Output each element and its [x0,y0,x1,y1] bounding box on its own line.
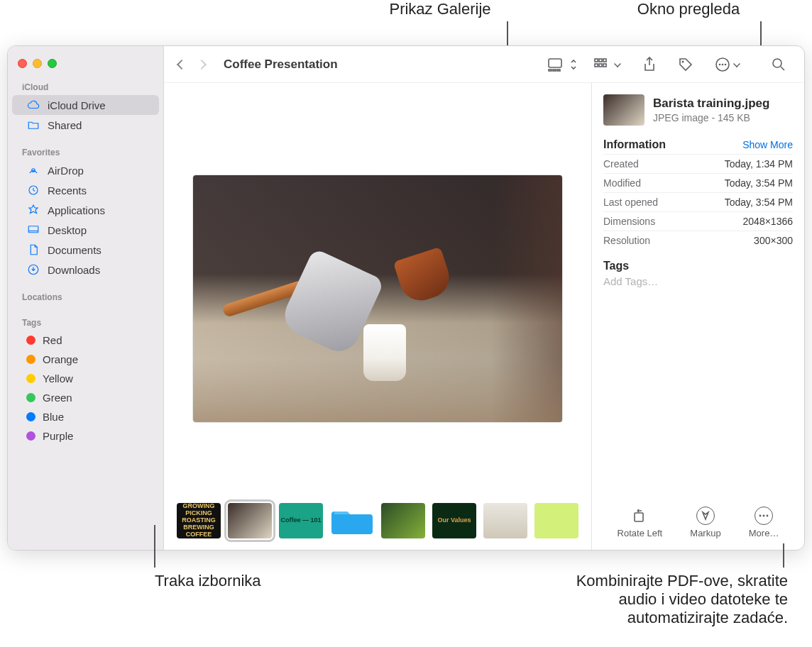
svg-rect-5 [549,70,552,71]
info-value: 300×300 [754,235,793,246]
markup-icon [696,507,715,525]
main-area: Coffee Presentation [164,46,804,550]
thumbnail-item[interactable] [228,503,272,538]
rotate-left-icon [630,507,649,525]
toolbar: Coffee Presentation [164,46,804,83]
shared-folder-icon [26,118,40,131]
tag-dot-icon [26,431,35,441]
sidebar-item-label: Orange [43,353,78,365]
qa-label: Markup [690,528,720,538]
tags-button[interactable] [674,54,698,75]
minimize-button[interactable] [33,59,42,68]
sidebar-section-favorites: Favorites [8,143,163,160]
info-key: Modified [603,177,641,189]
close-button[interactable] [18,59,27,68]
sidebar-tag-orange[interactable]: Orange [12,350,159,369]
cloud-icon [26,99,40,111]
sidebar-section-locations: Locations [8,288,163,305]
sidebar-item-label: Yellow [43,372,73,385]
thumbnail-strip: GROWING PICKING ROASTING BREWING COFFEEC… [164,500,591,550]
preview-image[interactable] [193,175,562,422]
svg-point-16 [719,63,721,65]
sidebar-tag-blue[interactable]: Blue [12,407,159,426]
sidebar-item-label: Purple [43,430,73,442]
thumbnail-item[interactable] [330,503,374,538]
info-value: 2048×1366 [743,216,793,227]
callout-gallery-view: Prikaz Galerije [369,0,511,18]
sidebar-item-label: Desktop [48,224,87,236]
thumbnail-item[interactable] [381,503,425,538]
thumbnail-item[interactable]: Coffee — 101 [279,503,323,538]
thumbnail-item[interactable]: GROWING PICKING ROASTING BREWING COFFEE [177,503,221,538]
info-row: CreatedToday, 1:34 PM [603,154,793,173]
tag-dot-icon [26,393,35,402]
sidebar-item-label: Shared [48,119,82,131]
tag-dot-icon [26,412,35,421]
svg-rect-10 [603,59,606,62]
svg-rect-20 [635,513,643,521]
sidebar-item-label: Blue [43,411,64,423]
sidebar-item-label: Red [43,334,62,346]
svg-point-21 [759,515,762,517]
search-button[interactable] [767,55,790,74]
svg-rect-2 [28,226,38,233]
more-button[interactable] [710,54,745,75]
info-subtitle: JPEG image - 145 KB [653,112,769,123]
svg-point-19 [773,59,781,67]
qa-label: More… [749,528,779,538]
info-row: Resolution300×300 [603,231,793,250]
thumbnail-item[interactable] [483,503,527,538]
group-button[interactable] [590,55,625,74]
share-button[interactable] [638,54,661,75]
sidebar-item-recents[interactable]: Recents [12,180,159,200]
callout-line [783,543,784,568]
sidebar-item-downloads[interactable]: Downloads [12,260,159,280]
info-key: Dimensions [603,216,655,227]
sidebar-item-label: Documents [48,244,102,256]
sidebar-item-icloud-drive[interactable]: iCloud Drive [12,95,159,115]
sidebar-tag-green[interactable]: Green [12,388,159,407]
sidebar-tag-red[interactable]: Red [12,331,159,350]
sidebar-item-documents[interactable]: Documents [12,240,159,260]
show-more-link[interactable]: Show More [742,139,793,150]
more-actions-button[interactable]: More… [749,507,779,538]
sidebar-tag-yellow[interactable]: Yellow [12,369,159,388]
markup-button[interactable]: Markup [690,507,720,538]
sidebar-section-tags: Tags [8,314,163,331]
view-gallery-button[interactable] [543,55,581,74]
clock-icon [26,184,40,197]
add-tags-field[interactable]: Add Tags… [603,275,793,287]
thumbnail-item[interactable] [534,503,578,538]
tag-dot-icon [26,374,35,383]
info-row: ModifiedToday, 3:54 PM [603,173,793,192]
sidebar-tag-purple[interactable]: Purple [12,426,159,446]
callout-quick-actions: Kombinirajte PDF-ove, skratite audio i v… [461,572,788,627]
svg-rect-12 [599,64,602,67]
sidebar-item-desktop[interactable]: Desktop [12,220,159,240]
sidebar-item-shared[interactable]: Shared [12,115,159,135]
svg-point-18 [725,63,727,65]
info-key: Created [603,158,639,170]
forward-button[interactable] [194,58,209,71]
thumbnail-label: Our Values [432,503,476,538]
svg-rect-4 [549,59,561,67]
rotate-left-button[interactable]: Rotate Left [618,507,663,538]
sidebar-item-label: Applications [48,204,105,216]
more-icon [755,507,773,525]
desktop-icon [26,223,40,236]
svg-rect-9 [599,59,602,62]
sidebar-item-airdrop[interactable]: AirDrop [12,160,159,180]
documents-icon [26,243,40,256]
tag-dot-icon [26,355,35,364]
back-button[interactable] [174,58,190,71]
svg-point-17 [722,63,724,65]
sidebar-item-applications[interactable]: Applications [12,200,159,220]
thumbnail-item[interactable]: Our Values [432,503,476,538]
tags-section-title: Tags [603,260,793,272]
applications-icon [26,204,40,216]
maximize-button[interactable] [48,59,57,68]
sidebar-item-label: iCloud Drive [48,99,106,111]
callout-thumb-strip: Traka izbornika [155,572,261,590]
info-value: Today, 1:34 PM [725,158,793,170]
sidebar-item-label: AirDrop [48,165,84,177]
